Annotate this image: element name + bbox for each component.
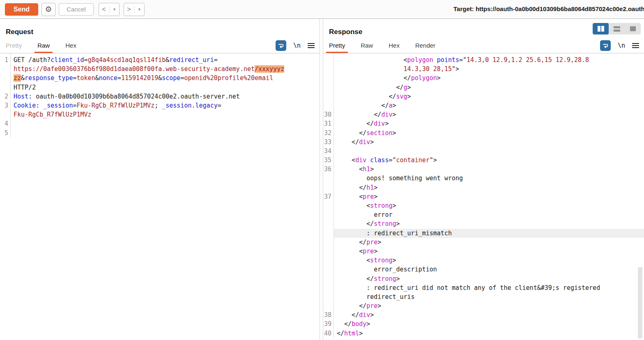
target-label: Target:	[453, 5, 474, 12]
request-editor[interactable]: 1GET /auth?client_id=g8q4a4scd1aq1qsl14f…	[0, 53, 320, 138]
code-line: : redirect_uri did not match any of the …	[323, 283, 644, 292]
response-scrollbar[interactable]	[638, 53, 644, 338]
code-text: Cookie: _session=Fku-RgCb_R7fWlUzP1MVz; …	[10, 101, 320, 110]
request-tabbar: PrettyRawHex \n	[0, 38, 320, 53]
line-number	[323, 210, 334, 219]
gear-icon: ⚙	[45, 5, 52, 14]
divider	[134, 6, 135, 13]
send-button[interactable]: Send	[5, 3, 38, 16]
code-text: </div>	[334, 310, 644, 319]
next-request-button[interactable]: > ▼	[124, 3, 145, 16]
code-text: </html>	[334, 329, 644, 338]
code-line: 32 </section>	[323, 129, 644, 138]
code-text: <strong>	[334, 201, 644, 210]
target-url-value: https://oauth-0a0b00d10309b6ba8064d85702…	[476, 5, 644, 12]
code-text: </strong>	[334, 274, 644, 283]
response-tabbar: PrettyRawHexRender \n	[323, 38, 644, 53]
code-line: zz&response_type=token&nonce=1159142019&…	[0, 74, 320, 83]
line-number	[323, 101, 334, 110]
newline-toggle[interactable]: \n	[293, 42, 301, 49]
line-number: 4	[0, 119, 10, 128]
code-text: </div>	[334, 138, 644, 147]
tab-render[interactable]: Render	[415, 38, 435, 53]
code-text: zz&response_type=token&nonce=1159142019&…	[10, 74, 320, 83]
request-editor-icons: \n	[276, 38, 315, 53]
panel-gutter[interactable]	[320, 19, 323, 340]
code-line: https://0afe00360376b6f980d1daea008f00fa…	[0, 64, 320, 74]
target-url: Target: https://oauth-0a0b00d10309b6ba80…	[453, 5, 644, 12]
code-text: 14.3,30 28,15">	[334, 64, 644, 74]
code-line: 3Cookie: _session=Fku-RgCb_R7fWlUzP1MVz;…	[0, 101, 320, 110]
tab-pretty[interactable]: Pretty	[6, 38, 22, 53]
response-title: Response	[329, 28, 362, 36]
line-number	[323, 183, 334, 192]
menu-icon[interactable]	[632, 43, 639, 48]
code-text: error_description	[334, 265, 644, 274]
code-text: redirect_uris	[334, 292, 644, 301]
code-text: <pre>	[334, 192, 644, 201]
line-number	[0, 74, 10, 83]
code-line: 1GET /auth?client_id=g8q4a4scd1aq1qsl14f…	[0, 55, 320, 64]
layout-rows-button[interactable]	[609, 23, 625, 34]
code-text: </section>	[334, 129, 644, 138]
code-text	[334, 147, 644, 156]
menu-icon[interactable]	[308, 43, 315, 48]
layout-single-icon	[630, 26, 636, 31]
line-number	[323, 274, 334, 283]
line-number	[323, 265, 334, 274]
line-number: 39	[323, 319, 334, 329]
code-line: : redirect_uri_mismatch	[323, 229, 644, 238]
code-text: oops! something went wrong	[334, 174, 644, 183]
code-line: <polygon points="14.3,0 12.9,1.2 25.6,15…	[323, 55, 644, 64]
line-number	[323, 283, 334, 292]
code-line: </strong>	[323, 274, 644, 283]
wrap-lines-button[interactable]	[276, 40, 286, 51]
line-number	[323, 74, 334, 83]
toolbar: Send ⚙ Cancel < ▼ > ▼ Target: https://oa…	[0, 0, 644, 19]
tab-raw[interactable]: Raw	[361, 38, 373, 53]
cancel-button[interactable]: Cancel	[59, 3, 94, 16]
wrap-lines-button[interactable]	[600, 40, 611, 51]
code-text: </svg>	[334, 92, 644, 101]
wrap-lines-icon	[277, 42, 285, 49]
line-number: 33	[323, 138, 334, 147]
code-text: <h1>	[334, 165, 644, 174]
layout-single-button[interactable]	[625, 23, 641, 34]
line-number: 1	[0, 55, 10, 64]
request-panel: Request PrettyRawHex \n 1GET /auth?clien…	[0, 19, 320, 340]
tab-raw[interactable]: Raw	[37, 38, 50, 53]
code-line: </g>	[323, 83, 644, 92]
code-line: <pre>	[323, 247, 644, 256]
line-number	[323, 229, 334, 238]
response-viewer[interactable]: <polygon points="14.3,0 12.9,1.2 25.6,15…	[323, 53, 644, 338]
code-line: 30 </div>	[323, 110, 644, 119]
code-text: : redirect_uri_mismatch	[334, 229, 644, 238]
line-number: 31	[323, 119, 334, 128]
tab-pretty[interactable]: Pretty	[329, 38, 345, 53]
code-text: </polygon>	[334, 74, 644, 83]
layout-columns-button[interactable]	[593, 23, 609, 34]
code-text: </body>	[334, 319, 644, 329]
dropdown-caret-icon[interactable]: ▼	[113, 7, 116, 11]
code-text: HTTP/2	[10, 83, 320, 92]
tab-hex[interactable]: Hex	[65, 38, 76, 53]
line-number	[0, 83, 10, 92]
prev-request-button[interactable]: < ▼	[99, 3, 120, 16]
code-line: 34	[323, 147, 644, 156]
code-line: 2Host: oauth-0a0b00d10309b6ba8064d857024…	[0, 92, 320, 101]
tab-hex[interactable]: Hex	[389, 38, 400, 53]
code-line: Fku-RgCb_R7fWlUzP1MVz	[0, 110, 320, 119]
code-line: 35 <div class="container">	[323, 156, 644, 165]
divider	[109, 6, 110, 13]
scrollbar-thumb[interactable]	[638, 267, 642, 338]
newline-toggle[interactable]: \n	[618, 42, 625, 49]
settings-button[interactable]: ⚙	[41, 3, 55, 16]
code-text: <polygon points="14.3,0 12.9,1.2 25.6,15…	[334, 55, 644, 64]
line-number	[323, 292, 334, 301]
code-text: : redirect_uri did not match any of the …	[334, 283, 644, 292]
code-text: </strong>	[334, 219, 644, 228]
line-number: 34	[323, 147, 334, 156]
dropdown-caret-icon[interactable]: ▼	[138, 7, 141, 11]
line-number	[323, 219, 334, 228]
line-number	[323, 201, 334, 210]
